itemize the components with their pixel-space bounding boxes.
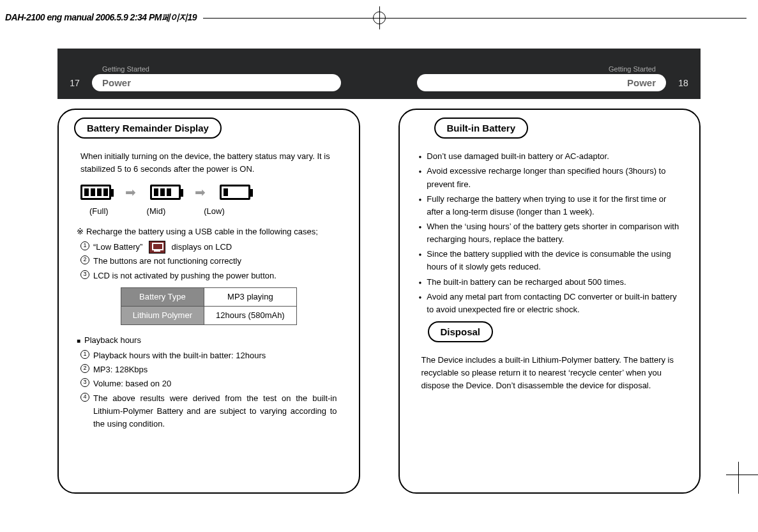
list-item: 3Volume: based on 20	[80, 377, 337, 390]
section-pill-left: Power	[92, 74, 341, 91]
print-header-title: DAH-2100 eng manual 2006.5.9 2:34 PM페이지1…	[5, 12, 197, 24]
battery-mid-icon	[150, 185, 181, 200]
list-item: 4The above results were derived from the…	[80, 392, 337, 430]
list-item: Since the battery supplied with the devi…	[419, 248, 681, 273]
table-cell: 12hours (580mAh)	[204, 306, 297, 324]
arrow-right-icon: ➡	[195, 183, 206, 202]
list-item: 1Playback hours with the built-in batter…	[80, 349, 337, 362]
battery-warning-list: Don’t use damaged built-in battery or AC…	[419, 150, 681, 316]
section-pill-right: Power	[417, 74, 666, 91]
list-item: The built-in battery can be recharged ab…	[419, 276, 681, 289]
low-battery-suffix: displays on LCD	[172, 242, 232, 252]
battery-full-label: (Full)	[89, 205, 109, 218]
list-item: Avoid any metal part from contacting DC …	[419, 291, 681, 316]
low-battery-prefix: “Low Battery”	[93, 242, 142, 252]
crop-mark-icon	[720, 455, 758, 494]
list-item: 1 “Low Battery” displays on LCD	[80, 241, 337, 254]
left-panel: Battery Remainder Display When initially…	[57, 109, 360, 494]
page-number-right: 18	[674, 74, 693, 91]
table-cell: Lithium Polymer	[121, 306, 204, 324]
table-header: Battery Type	[121, 287, 204, 306]
playback-list: 1Playback hours with the built-in batter…	[80, 349, 337, 430]
disposal-text: The Device includes a built-in Lithium-P…	[421, 354, 678, 392]
arrow-right-icon: ➡	[125, 183, 136, 202]
list-item: Fully recharge the battery when trying t…	[419, 193, 681, 218]
heading-built-in-battery: Built-in Battery	[434, 118, 529, 139]
registration-mark-icon	[367, 6, 392, 29]
battery-spec-table: Battery Type MP3 playing Lithium Polymer…	[121, 287, 297, 325]
battery-status-row: ➡ ➡	[80, 183, 344, 202]
list-item: When the ‘using hours’ of the battery ge…	[419, 220, 681, 246]
page-number-left: 17	[65, 74, 84, 91]
battery-low-label: (Low)	[204, 205, 225, 218]
recharge-note: Recharge the battery using a USB cable i…	[77, 225, 341, 238]
recharge-case-list: 1 “Low Battery” displays on LCD 2The but…	[80, 241, 337, 282]
list-item: Don’t use damaged built-in battery or AC…	[419, 150, 681, 163]
heading-battery-remainder: Battery Remainder Display	[74, 118, 222, 139]
list-item: 2MP3: 128Kbps	[80, 363, 337, 376]
list-item: 3LCD is not activated by pushing the pow…	[80, 270, 337, 282]
battery-intro-text: When initially turning on the device, th…	[80, 150, 337, 176]
list-item: Avoid excessive recharge longer than spe…	[419, 165, 681, 190]
section-title-left: Power	[102, 77, 131, 88]
section-title-right: Power	[627, 77, 656, 88]
header-band: 17 Getting Started Power Getting Started…	[57, 49, 701, 99]
table-cell: MP3 playing	[204, 287, 297, 306]
battery-labels: (Full) (Mid) (Low)	[89, 205, 344, 218]
right-panel: Built-in Battery Don’t use damaged built…	[398, 109, 701, 494]
breadcrumb-right: Getting Started	[417, 65, 666, 73]
heading-disposal: Disposal	[428, 321, 494, 342]
list-item: 2The buttons are not functioning correct…	[80, 255, 337, 268]
playback-hours-title: Playback hours	[77, 334, 344, 347]
breadcrumb-left: Getting Started	[92, 65, 341, 73]
low-battery-icon	[149, 241, 165, 254]
print-header-rule	[203, 18, 747, 19]
battery-mid-label: (Mid)	[147, 205, 166, 218]
battery-low-icon	[220, 185, 250, 200]
battery-full-icon	[80, 185, 111, 200]
